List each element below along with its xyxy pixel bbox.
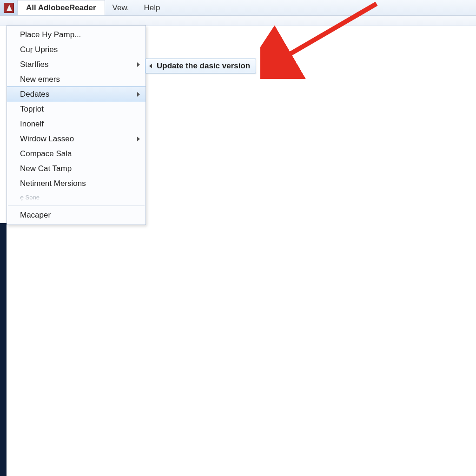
menu-item-label: Starlfies	[20, 60, 48, 69]
menu-item-dedates[interactable]: Dedates	[7, 86, 145, 102]
chevron-right-icon	[137, 137, 140, 141]
menu-item-label: Cuŗ Upries	[20, 45, 58, 54]
chevron-right-icon	[137, 92, 140, 97]
menu-item-starlfies[interactable]: Starlfies	[7, 57, 145, 72]
menu-item-wirdow[interactable]: Wirdow Lasseo	[7, 132, 145, 146]
tab-label: All AdlobeeReader	[26, 3, 96, 13]
menu-item-label: Place Hy Pamp...	[20, 30, 81, 40]
menu-item-label: Topŗiot	[20, 105, 44, 114]
menu-item-label: Macaper	[20, 211, 51, 220]
menu-separator	[8, 205, 145, 206]
menu-label: Vew.	[112, 3, 129, 13]
menu-item-label: Wirdow Lasseo	[20, 134, 74, 144]
active-tab[interactable]: All AdlobeeReader	[18, 0, 105, 15]
menu-item-inonelf[interactable]: Inonelf	[7, 117, 145, 132]
menu-item-label: Compace Sala	[20, 149, 72, 159]
menu-item-label: New emers	[20, 75, 60, 84]
app-icon[interactable]	[0, 0, 18, 15]
menu-item-place[interactable]: Place Hy Pamp...	[7, 27, 145, 42]
submenu-update[interactable]: Update the dasic version	[145, 59, 256, 73]
chevron-left-icon	[149, 64, 152, 68]
menu-item-newemers[interactable]: New emers	[7, 72, 145, 87]
menu-item-cur[interactable]: Cuŗ Upries	[7, 42, 145, 57]
menu-item-label: Dedates	[20, 90, 49, 99]
menu-label: Help	[144, 3, 160, 13]
menu-item-newcat[interactable]: New Cat Tamp	[7, 161, 145, 176]
menu-item-netiment[interactable]: Netiment Mersions	[7, 176, 145, 191]
dropdown-menu: Place Hy Pamp... Cuŗ Upries Starlfies Ne…	[7, 25, 146, 225]
toolbar-strip	[0, 16, 476, 26]
menu-item-label: Netiment Mersions	[20, 179, 86, 188]
menu-item-topriot[interactable]: Topŗiot	[7, 102, 145, 117]
menu-item-macaper[interactable]: Macaper	[7, 208, 145, 223]
menubar: All AdlobeeReader Vew. Help	[0, 0, 476, 16]
menu-item-label: New Cat Tamp	[20, 164, 72, 173]
menu-item-label: ẹ Sone	[20, 194, 40, 201]
menu-item-disabled: ẹ Sone	[7, 191, 145, 204]
chevron-right-icon	[137, 62, 140, 67]
menu-item-label: Inonelf	[20, 119, 44, 129]
menu-help[interactable]: Help	[136, 0, 167, 15]
acrobat-icon	[4, 3, 14, 13]
menu-item-compace[interactable]: Compace Sala	[7, 146, 145, 161]
left-edge-panel	[0, 223, 7, 476]
submenu-label: Update the dasic version	[157, 61, 250, 71]
menu-view[interactable]: Vew.	[105, 0, 137, 15]
